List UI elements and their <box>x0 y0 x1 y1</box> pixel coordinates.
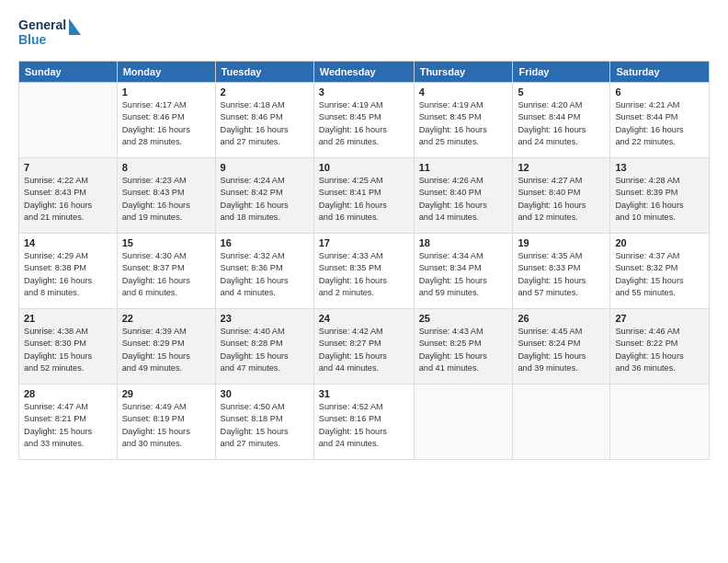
logo-svg: GeneralBlue <box>18 15 83 52</box>
calendar-week-row: 7Sunrise: 4:22 AM Sunset: 8:43 PM Daylig… <box>19 158 710 234</box>
calendar-cell: 6Sunrise: 4:21 AM Sunset: 8:44 PM Daylig… <box>610 83 710 158</box>
weekday-header: Saturday <box>610 62 710 83</box>
calendar-cell <box>610 385 710 460</box>
day-number: 9 <box>221 162 309 173</box>
day-info: Sunrise: 4:39 AM Sunset: 8:29 PM Dayligh… <box>122 326 210 374</box>
day-number: 16 <box>221 237 309 248</box>
day-info: Sunrise: 4:20 AM Sunset: 8:44 PM Dayligh… <box>518 99 605 148</box>
calendar-cell: 20Sunrise: 4:37 AM Sunset: 8:32 PM Dayli… <box>610 234 710 309</box>
calendar-body: 1Sunrise: 4:17 AM Sunset: 8:46 PM Daylig… <box>19 83 710 460</box>
calendar-week-row: 1Sunrise: 4:17 AM Sunset: 8:46 PM Daylig… <box>19 83 710 158</box>
day-number: 7 <box>24 162 112 173</box>
calendar-cell: 11Sunrise: 4:26 AM Sunset: 8:40 PM Dayli… <box>414 158 513 234</box>
calendar-week-row: 14Sunrise: 4:29 AM Sunset: 8:38 PM Dayli… <box>19 234 710 309</box>
day-number: 17 <box>319 237 409 248</box>
svg-text:General: General <box>18 17 66 32</box>
weekday-header: Wednesday <box>313 62 414 83</box>
day-number: 15 <box>122 237 210 248</box>
day-number: 13 <box>615 162 704 173</box>
calendar-cell: 14Sunrise: 4:29 AM Sunset: 8:38 PM Dayli… <box>19 234 118 309</box>
calendar-cell: 25Sunrise: 4:43 AM Sunset: 8:25 PM Dayli… <box>414 309 513 385</box>
header-row: SundayMondayTuesdayWednesdayThursdayFrid… <box>19 62 710 83</box>
day-number: 2 <box>221 86 309 98</box>
day-info: Sunrise: 4:32 AM Sunset: 8:36 PM Dayligh… <box>221 250 309 299</box>
calendar-cell: 13Sunrise: 4:28 AM Sunset: 8:39 PM Dayli… <box>610 158 710 234</box>
calendar-cell <box>414 385 513 460</box>
calendar-cell: 23Sunrise: 4:40 AM Sunset: 8:28 PM Dayli… <box>215 309 313 385</box>
day-info: Sunrise: 4:30 AM Sunset: 8:37 PM Dayligh… <box>122 250 210 299</box>
day-info: Sunrise: 4:19 AM Sunset: 8:45 PM Dayligh… <box>319 99 409 148</box>
calendar-cell: 19Sunrise: 4:35 AM Sunset: 8:33 PM Dayli… <box>513 234 610 309</box>
day-number: 5 <box>518 86 605 98</box>
day-info: Sunrise: 4:19 AM Sunset: 8:45 PM Dayligh… <box>419 99 508 148</box>
calendar-cell: 12Sunrise: 4:27 AM Sunset: 8:40 PM Dayli… <box>513 158 610 234</box>
calendar-cell: 10Sunrise: 4:25 AM Sunset: 8:41 PM Dayli… <box>313 158 414 234</box>
day-number: 10 <box>319 162 409 173</box>
day-info: Sunrise: 4:23 AM Sunset: 8:43 PM Dayligh… <box>122 175 210 224</box>
day-info: Sunrise: 4:35 AM Sunset: 8:33 PM Dayligh… <box>518 250 605 299</box>
day-number: 4 <box>419 86 508 98</box>
calendar-cell: 26Sunrise: 4:45 AM Sunset: 8:24 PM Dayli… <box>513 309 610 385</box>
day-number: 20 <box>615 237 704 248</box>
day-info: Sunrise: 4:28 AM Sunset: 8:39 PM Dayligh… <box>615 175 704 224</box>
day-number: 27 <box>615 313 704 324</box>
day-number: 1 <box>122 86 210 98</box>
day-number: 23 <box>221 313 309 324</box>
day-info: Sunrise: 4:40 AM Sunset: 8:28 PM Dayligh… <box>221 326 309 374</box>
day-info: Sunrise: 4:17 AM Sunset: 8:46 PM Dayligh… <box>122 99 210 148</box>
day-number: 18 <box>419 237 508 248</box>
day-info: Sunrise: 4:21 AM Sunset: 8:44 PM Dayligh… <box>615 99 704 148</box>
day-info: Sunrise: 4:25 AM Sunset: 8:41 PM Dayligh… <box>319 175 409 224</box>
day-number: 19 <box>518 237 605 248</box>
day-info: Sunrise: 4:27 AM Sunset: 8:40 PM Dayligh… <box>518 175 605 224</box>
header: GeneralBlue <box>18 15 710 52</box>
day-info: Sunrise: 4:24 AM Sunset: 8:42 PM Dayligh… <box>221 175 309 224</box>
calendar-cell: 9Sunrise: 4:24 AM Sunset: 8:42 PM Daylig… <box>215 158 313 234</box>
day-info: Sunrise: 4:29 AM Sunset: 8:38 PM Dayligh… <box>24 250 112 299</box>
day-number: 21 <box>24 313 112 324</box>
day-number: 28 <box>24 388 112 399</box>
weekday-header: Friday <box>513 62 610 83</box>
weekday-header: Monday <box>117 62 215 83</box>
weekday-header: Thursday <box>414 62 513 83</box>
day-info: Sunrise: 4:18 AM Sunset: 8:46 PM Dayligh… <box>221 99 309 148</box>
calendar-cell: 8Sunrise: 4:23 AM Sunset: 8:43 PM Daylig… <box>117 158 215 234</box>
calendar-cell: 24Sunrise: 4:42 AM Sunset: 8:27 PM Dayli… <box>313 309 414 385</box>
day-number: 3 <box>319 86 409 98</box>
day-info: Sunrise: 4:43 AM Sunset: 8:25 PM Dayligh… <box>419 326 508 374</box>
svg-text:Blue: Blue <box>18 32 47 47</box>
day-number: 8 <box>122 162 210 173</box>
day-info: Sunrise: 4:46 AM Sunset: 8:22 PM Dayligh… <box>615 326 704 374</box>
weekday-header: Sunday <box>19 62 118 83</box>
calendar-week-row: 21Sunrise: 4:38 AM Sunset: 8:30 PM Dayli… <box>19 309 710 385</box>
calendar-cell <box>513 385 610 460</box>
calendar-cell: 7Sunrise: 4:22 AM Sunset: 8:43 PM Daylig… <box>19 158 118 234</box>
day-info: Sunrise: 4:47 AM Sunset: 8:21 PM Dayligh… <box>24 401 112 450</box>
day-number: 6 <box>615 86 704 98</box>
day-info: Sunrise: 4:42 AM Sunset: 8:27 PM Dayligh… <box>319 326 409 374</box>
calendar-cell: 18Sunrise: 4:34 AM Sunset: 8:34 PM Dayli… <box>414 234 513 309</box>
day-info: Sunrise: 4:52 AM Sunset: 8:16 PM Dayligh… <box>319 401 409 450</box>
day-info: Sunrise: 4:49 AM Sunset: 8:19 PM Dayligh… <box>122 401 210 450</box>
calendar-cell: 31Sunrise: 4:52 AM Sunset: 8:16 PM Dayli… <box>313 385 414 460</box>
day-info: Sunrise: 4:34 AM Sunset: 8:34 PM Dayligh… <box>419 250 508 299</box>
day-number: 26 <box>518 313 605 324</box>
calendar-cell: 16Sunrise: 4:32 AM Sunset: 8:36 PM Dayli… <box>215 234 313 309</box>
logo: GeneralBlue <box>18 15 83 52</box>
calendar-cell: 15Sunrise: 4:30 AM Sunset: 8:37 PM Dayli… <box>117 234 215 309</box>
calendar-cell: 30Sunrise: 4:50 AM Sunset: 8:18 PM Dayli… <box>215 385 313 460</box>
calendar-cell: 3Sunrise: 4:19 AM Sunset: 8:45 PM Daylig… <box>313 83 414 158</box>
svg-marker-2 <box>69 18 81 35</box>
calendar-cell: 2Sunrise: 4:18 AM Sunset: 8:46 PM Daylig… <box>215 83 313 158</box>
page-container: GeneralBlue SundayMondayTuesdayWednesday… <box>0 0 728 469</box>
weekday-header: Tuesday <box>215 62 313 83</box>
day-number: 25 <box>419 313 508 324</box>
calendar-cell: 1Sunrise: 4:17 AM Sunset: 8:46 PM Daylig… <box>117 83 215 158</box>
day-info: Sunrise: 4:33 AM Sunset: 8:35 PM Dayligh… <box>319 250 409 299</box>
calendar-cell: 27Sunrise: 4:46 AM Sunset: 8:22 PM Dayli… <box>610 309 710 385</box>
calendar-cell: 22Sunrise: 4:39 AM Sunset: 8:29 PM Dayli… <box>117 309 215 385</box>
day-info: Sunrise: 4:37 AM Sunset: 8:32 PM Dayligh… <box>615 250 704 299</box>
calendar-cell: 17Sunrise: 4:33 AM Sunset: 8:35 PM Dayli… <box>313 234 414 309</box>
day-info: Sunrise: 4:26 AM Sunset: 8:40 PM Dayligh… <box>419 175 508 224</box>
calendar-table: SundayMondayTuesdayWednesdayThursdayFrid… <box>18 61 710 460</box>
